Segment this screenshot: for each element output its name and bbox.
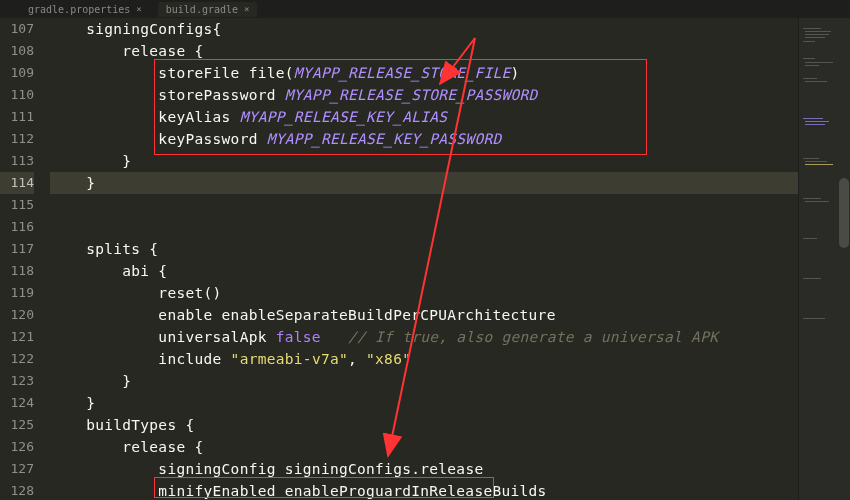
code-line: include "armeabi-v7a", "x86" (50, 348, 798, 370)
code-line: keyPassword MYAPP_RELEASE_KEY_PASSWORD (50, 128, 798, 150)
line-number: 107 (0, 18, 34, 40)
line-number: 108 (0, 40, 34, 62)
code-line: } (50, 150, 798, 172)
line-number: 112 (0, 128, 34, 150)
line-number: 113 (0, 150, 34, 172)
scrollbar-thumb[interactable] (839, 178, 849, 248)
line-number: 123 (0, 370, 34, 392)
line-number: 124 (0, 392, 34, 414)
code-line: signingConfigs{ (50, 18, 798, 40)
line-number: 116 (0, 216, 34, 238)
tab-bar: gradle.properties × build.gradle × (0, 0, 850, 18)
line-number: 120 (0, 304, 34, 326)
line-number: 109 (0, 62, 34, 84)
vertical-scrollbar[interactable] (838, 18, 850, 500)
code-line: splits { (50, 238, 798, 260)
code-line: reset() (50, 282, 798, 304)
line-number: 115 (0, 194, 34, 216)
line-number: 128 (0, 480, 34, 500)
code-line: release { (50, 40, 798, 62)
code-line: storePassword MYAPP_RELEASE_STORE_PASSWO… (50, 84, 798, 106)
code-line: universalApk false // If true, also gene… (50, 326, 798, 348)
code-line: buildTypes { (50, 414, 798, 436)
tab-label: build.gradle (166, 4, 238, 15)
code-line: signingConfig signingConfigs.release (50, 458, 798, 480)
code-line: release { (50, 436, 798, 458)
code-line: storeFile file(MYAPP_RELEASE_STORE_FILE) (50, 62, 798, 84)
tab-label: gradle.properties (28, 4, 130, 15)
code-line: enable enableSeparateBuildPerCPUArchitec… (50, 304, 798, 326)
code-line: abi { (50, 260, 798, 282)
line-number: 114 (0, 172, 34, 194)
code-line: } (50, 172, 798, 194)
line-number: 117 (0, 238, 34, 260)
code-editor[interactable]: signingConfigs{ release { storeFile file… (42, 18, 798, 500)
line-number: 122 (0, 348, 34, 370)
close-icon[interactable]: × (244, 4, 249, 14)
code-line: } (50, 370, 798, 392)
line-number-gutter: 107 108 109 110 111 112 113 114 115 116 … (0, 18, 42, 500)
code-line: keyAlias MYAPP_RELEASE_KEY_ALIAS (50, 106, 798, 128)
code-line: minifyEnabled enableProguardInReleaseBui… (50, 480, 798, 500)
code-line (50, 216, 798, 238)
line-number: 126 (0, 436, 34, 458)
tab-build-gradle[interactable]: build.gradle × (158, 2, 258, 17)
editor-area: 107 108 109 110 111 112 113 114 115 116 … (0, 18, 850, 500)
line-number: 119 (0, 282, 34, 304)
code-line: } (50, 392, 798, 414)
line-number: 121 (0, 326, 34, 348)
close-icon[interactable]: × (136, 4, 141, 14)
minimap[interactable] (798, 18, 838, 500)
line-number: 110 (0, 84, 34, 106)
line-number: 118 (0, 260, 34, 282)
line-number: 125 (0, 414, 34, 436)
line-number: 111 (0, 106, 34, 128)
tab-gradle-properties[interactable]: gradle.properties × (20, 2, 150, 17)
code-line (50, 194, 798, 216)
line-number: 127 (0, 458, 34, 480)
